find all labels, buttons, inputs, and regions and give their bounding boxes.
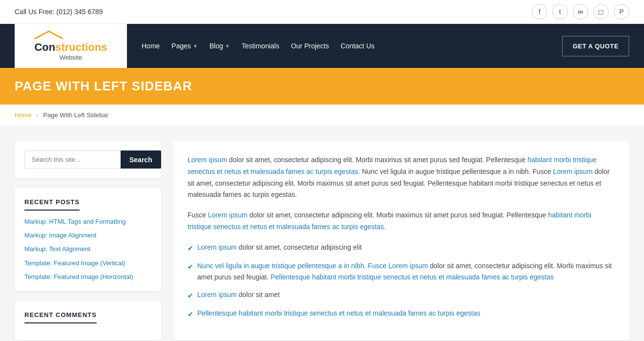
phone-info: Call Us Free: (012) 345 6789 xyxy=(15,8,103,16)
post-link-2[interactable]: Markup: Image Alignment xyxy=(24,232,96,239)
checklist-item-4: Pellentesque habitant morbi tristique se… xyxy=(197,308,480,319)
check-icon-3: ✔ xyxy=(187,290,193,301)
main-content: Search RECENT POSTS Markup: HTML Tags an… xyxy=(0,126,644,341)
blog-arrow-icon: ▼ xyxy=(225,43,230,49)
pages-arrow-icon: ▼ xyxy=(193,43,198,49)
post-link-1[interactable]: Markup: HTML Tags and Formatting xyxy=(24,218,125,225)
breadcrumb-separator: › xyxy=(36,111,38,119)
brand-prefix: Con xyxy=(34,41,55,53)
list-item: Template: Featured Image (Horizontal) xyxy=(24,273,151,281)
content-paragraph-2: Fusce Lorem ipsum dolor sit amet, consec… xyxy=(187,210,615,233)
brand-highlight: structions xyxy=(55,41,107,53)
brand-name: Constructions xyxy=(34,41,107,54)
list-item: ✔ Nunc vel ligula in augue tristique pel… xyxy=(187,260,615,282)
page-banner: PAGE WITH LEFT SIDEBAR xyxy=(0,68,644,105)
phone-label: Call Us Free: xyxy=(15,8,55,16)
recent-comments-title: RECENT COMMENTS xyxy=(24,311,97,323)
phone-number: (012) 345 6789 xyxy=(57,8,103,16)
main-nav: Home Pages ▼ Blog ▼ Testimonials Our Pro… xyxy=(142,27,562,64)
breadcrumb-home[interactable]: Home xyxy=(15,111,32,119)
logo-roof-icon xyxy=(34,30,63,39)
nav-pages[interactable]: Pages ▼ xyxy=(171,27,198,64)
recent-posts-list: Markup: HTML Tags and Formatting Markup:… xyxy=(24,217,151,281)
content-paragraph-1: Lorem ipsum dolor sit amet, consectetur … xyxy=(187,154,615,201)
content-checklist: ✔ Lorem ipsum dolor sit amet, consectetu… xyxy=(187,242,615,320)
list-item: ✔ Lorem ipsum dolor sit amet, consectetu… xyxy=(187,242,615,254)
nav-testimonials[interactable]: Testimonials xyxy=(242,27,279,64)
recent-posts-widget: RECENT POSTS Markup: HTML Tags and Forma… xyxy=(15,188,161,291)
search-widget: Search xyxy=(15,141,161,178)
check-icon-2: ✔ xyxy=(187,261,193,272)
list-item: ✔ Lorem ipsum dolor sit amet xyxy=(187,289,615,301)
instagram-icon[interactable]: ◻ xyxy=(593,4,609,20)
sidebar: Search RECENT POSTS Markup: HTML Tags an… xyxy=(15,141,161,340)
logo: Constructions Website xyxy=(34,30,107,62)
list-item: ✔ Pellentesque habitant morbi tristique … xyxy=(187,308,615,320)
list-item: Markup: Image Alignment xyxy=(24,231,151,240)
brand-sub: Website xyxy=(34,54,107,62)
list-item: Template: Featured Image (Vertical) xyxy=(24,259,151,268)
check-icon-4: ✔ xyxy=(187,309,193,320)
post-link-3[interactable]: Markup: Text Alignment xyxy=(24,245,90,253)
recent-posts-title: RECENT POSTS xyxy=(24,198,80,211)
list-item: Markup: HTML Tags and Formatting xyxy=(24,217,151,226)
breadcrumb-current: Page With Left Sidebar xyxy=(43,111,108,119)
page-title: PAGE WITH LEFT SIDEBAR xyxy=(15,79,629,94)
pinterest-icon[interactable]: P xyxy=(614,4,629,20)
twitter-icon[interactable]: t xyxy=(552,4,568,20)
nav-home[interactable]: Home xyxy=(142,27,160,64)
header: Constructions Website Home Pages ▼ Blog … xyxy=(0,24,644,68)
check-icon-1: ✔ xyxy=(187,243,193,254)
logo-area: Constructions Website xyxy=(15,24,127,68)
post-link-4[interactable]: Template: Featured Image (Vertical) xyxy=(24,259,125,267)
search-button[interactable]: Search xyxy=(121,150,161,169)
search-input[interactable] xyxy=(24,150,121,169)
social-icons: f t in ◻ P xyxy=(532,4,629,20)
nav-blog[interactable]: Blog ▼ xyxy=(209,27,230,64)
breadcrumb: Home › Page With Left Sidebar xyxy=(0,105,644,126)
top-bar: Call Us Free: (012) 345 6789 f t in ◻ P xyxy=(0,0,644,24)
checklist-item-2: Nunc vel ligula in augue tristique pelle… xyxy=(197,260,615,282)
facebook-icon[interactable]: f xyxy=(532,4,547,20)
checklist-item-1: Lorem ipsum dolor sit amet, consectetur … xyxy=(197,242,362,253)
linkedin-icon[interactable]: in xyxy=(573,4,588,20)
content-area: Lorem ipsum dolor sit amet, consectetur … xyxy=(173,141,629,340)
nav-our-projects[interactable]: Our Projects xyxy=(291,27,329,64)
nav-contact-us[interactable]: Contact Us xyxy=(341,27,374,64)
get-quote-button[interactable]: GET A QUOTE xyxy=(562,36,629,57)
list-item: Markup: Text Alignment xyxy=(24,245,151,254)
post-link-5[interactable]: Template: Featured Image (Horizontal) xyxy=(24,273,133,280)
recent-comments-widget: RECENT COMMENTS xyxy=(15,301,161,340)
search-form: Search xyxy=(24,150,151,169)
checklist-item-3: Lorem ipsum dolor sit amet xyxy=(197,289,280,300)
